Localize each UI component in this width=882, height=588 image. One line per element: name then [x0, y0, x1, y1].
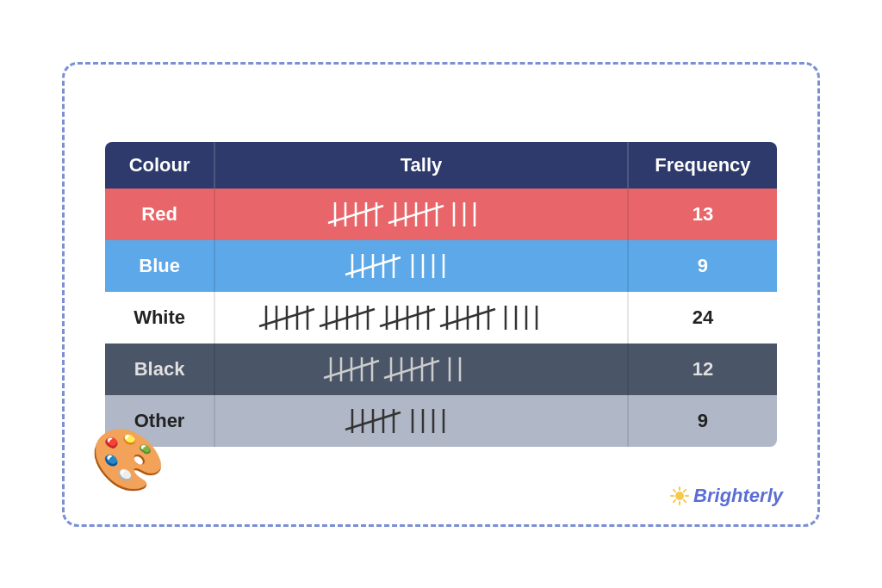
svg-line-84 [684, 489, 686, 491]
svg-line-83 [684, 499, 686, 501]
svg-line-85 [674, 499, 675, 501]
palette-icon: 🎨 [90, 430, 165, 490]
main-container: Colour Tally Frequency Red [62, 62, 820, 527]
table-header-row: Colour Tally Frequency [105, 142, 777, 189]
brighterly-text: Brighterly [693, 485, 783, 507]
tally-cell [214, 395, 628, 447]
table-wrapper: Colour Tally Frequency Red [105, 142, 777, 447]
colour-cell: Blue [105, 240, 214, 292]
col-header-colour: Colour [105, 142, 214, 189]
frequency-cell: 13 [628, 189, 777, 240]
tally-cell [214, 292, 628, 344]
colour-cell: Black [105, 344, 214, 395]
table-row: Black [105, 344, 777, 395]
table-row: White [105, 292, 777, 344]
table-row: Red [105, 189, 777, 240]
tally-cell [214, 344, 628, 395]
frequency-cell: 24 [628, 292, 777, 344]
frequency-cell: 12 [628, 344, 777, 395]
tally-cell [214, 189, 628, 240]
table-row: Blue [105, 240, 777, 292]
frequency-cell: 9 [628, 395, 777, 447]
frequency-cell: 9 [628, 240, 777, 292]
table-row: Other [105, 395, 777, 447]
svg-point-77 [675, 492, 684, 500]
svg-line-82 [674, 489, 675, 491]
colour-cell: White [105, 292, 214, 344]
col-header-frequency: Frequency [628, 142, 777, 189]
colour-cell: Red [105, 189, 214, 240]
col-header-tally: Tally [214, 142, 628, 189]
sun-rays-icon [669, 486, 690, 506]
frequency-table: Colour Tally Frequency Red [105, 142, 777, 447]
brighterly-branding: Brighterly [669, 485, 783, 507]
tally-cell [214, 240, 628, 292]
